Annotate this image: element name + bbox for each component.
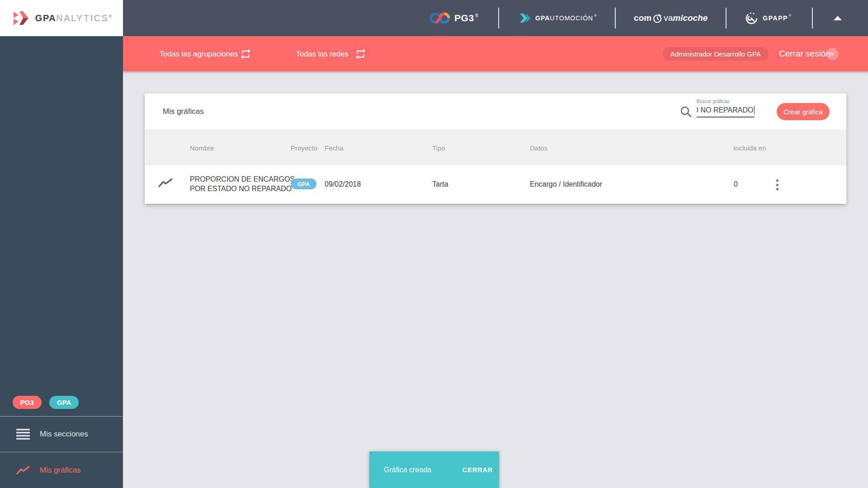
column-header-fecha: Fecha (325, 130, 344, 165)
cell-datos: Encargo / Identificador (530, 165, 602, 204)
table-row[interactable]: PROPORCION DE ENCARGOS POR ESTADO NO REP… (145, 165, 846, 204)
row-menu-kebab-icon[interactable] (775, 178, 780, 192)
sidebar: GPANALYTICS® PG3 GPA Mis secciones Mis g… (0, 0, 123, 488)
gpautomocion-chevron-icon (519, 13, 531, 23)
divider (726, 8, 726, 28)
search-input[interactable]: Buscar gráficas DO NO REPARADO (697, 99, 755, 117)
logout-button[interactable]: Cerrar sesión (779, 36, 830, 71)
gpautomocion-logo: GPAUTOMOCIÓN® (519, 13, 597, 23)
gpanalytics-logo: GPANALYTICS® (0, 0, 123, 36)
chart-name: PROPORCION DE ENCARGOS POR ESTADO NO REP… (190, 174, 295, 193)
logo-text-bold: GPA (35, 13, 56, 23)
sidebar-item-label: Mis gráficas (40, 466, 81, 475)
create-chart-button[interactable]: Crear gráfica (777, 103, 830, 120)
search-input-value: DO NO REPARADO (697, 106, 754, 114)
text-cursor (754, 106, 755, 114)
pg3-logo: PG3® (429, 11, 478, 25)
filter-bar: Todas las agrupaciones Todas las redes A… (123, 36, 868, 71)
divider (498, 8, 499, 28)
sidebar-badges: PG3 GPA (13, 396, 79, 409)
line-chart-icon (16, 465, 30, 475)
sidebar-item-mis-secciones[interactable]: Mis secciones (0, 417, 123, 452)
swap-redes-icon[interactable] (354, 48, 367, 60)
gpa-badge[interactable]: GPA (49, 396, 79, 409)
comprovamicoche-logo: com vamicoche (634, 13, 708, 23)
search-input-label: Buscar gráficas (697, 99, 755, 104)
menu-lines-icon (16, 429, 30, 440)
sidebar-item-label: Mis secciones (40, 430, 88, 439)
page-title: Mis gráficas (163, 94, 204, 130)
filter-redes-label[interactable]: Todas las redes (296, 36, 349, 71)
gpautomocion-label-bold: GPA (535, 14, 550, 22)
coche-label-part3: micoche (673, 13, 708, 23)
logo-text-light: NALYTICS (56, 13, 108, 23)
reg-mark: ® (789, 14, 791, 17)
logout-x-icon[interactable]: ✕ (826, 48, 839, 60)
top-bar: PG3® GPAUTOMOCIÓN® com vamicoche GPAPP® (123, 0, 868, 36)
filter-agrupaciones-label[interactable]: Todas las agrupaciones (160, 36, 238, 71)
sidebar-item-mis-graficas[interactable]: Mis gráficas (0, 452, 123, 488)
cell-fecha: 09/02/2018 (325, 165, 361, 204)
clock-icon (652, 13, 663, 23)
cell-incluida-en: 0 (734, 165, 738, 204)
chart-type-icon (158, 178, 173, 188)
table-header: Nombre Proyecto Fecha Tipo Datos Incluid… (145, 130, 846, 165)
snackbar: Gráfica creada CERRAR (369, 451, 499, 488)
cell-tipo: Tarta (432, 165, 448, 204)
user-chip[interactable]: Administrador Desarrollo GPA (663, 47, 769, 61)
gpapp-label: GPAPP (763, 14, 788, 22)
swap-agrupaciones-icon[interactable] (240, 48, 252, 60)
snackbar-message: Gráfica creada (384, 466, 431, 474)
divider (812, 8, 813, 28)
reg-mark: ® (594, 14, 597, 18)
pg3-infinity-icon (429, 11, 450, 25)
gpautomocion-label-light: UTOMOCIÓN (550, 14, 593, 22)
gpanalytics-logo-text: GPANALYTICS® (35, 13, 112, 23)
column-header-proyecto: Proyecto (291, 130, 317, 165)
coche-label-part2: va (664, 13, 673, 23)
gpapp-wrench-icon (745, 11, 759, 25)
chart-name-line2: POR ESTADO NO REPARADO (190, 184, 295, 193)
column-header-tipo: Tipo (432, 130, 445, 165)
column-header-nombre: Nombre (190, 130, 214, 165)
chart-name-line1: PROPORCION DE ENCARGOS (190, 174, 295, 184)
column-header-incluida-en: Incluida en (733, 130, 766, 165)
gpapp-logo: GPAPP® (745, 11, 791, 25)
pg3-label: PG3 (454, 13, 474, 23)
search-icon[interactable] (679, 105, 692, 118)
gpanalytics-logo-icon (11, 9, 30, 28)
reg-mark: ® (475, 13, 478, 18)
pg3-badge[interactable]: PG3 (13, 396, 42, 409)
coche-label-part1: com (634, 13, 651, 23)
divider (615, 8, 616, 28)
logo-reg-mark: ® (109, 14, 112, 19)
column-header-datos: Datos (530, 130, 547, 165)
charts-card: Mis gráficas Buscar gráficas DO NO REPAR… (145, 94, 846, 204)
snackbar-close-button[interactable]: CERRAR (462, 466, 493, 474)
project-badge: GPA (291, 178, 316, 189)
collapse-arrow-icon[interactable] (834, 16, 842, 20)
